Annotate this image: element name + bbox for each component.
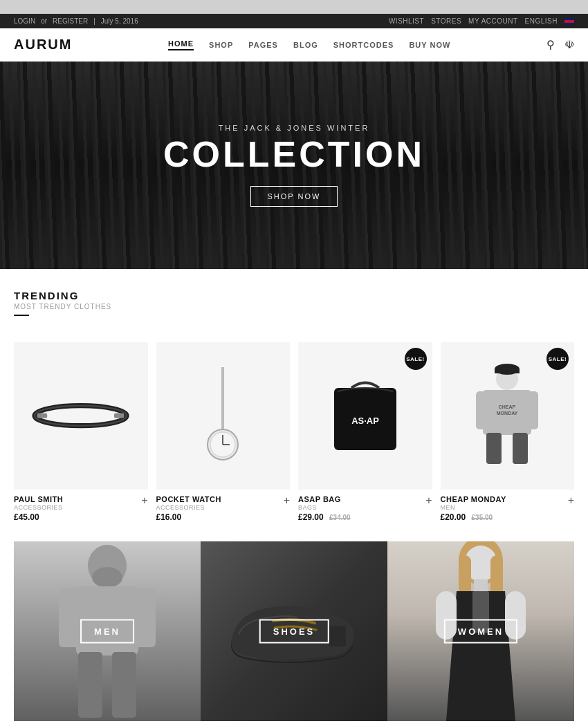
svg-rect-4 xyxy=(221,367,224,429)
trending-section: TRENDING MOST TRENDY CLOTHES xyxy=(0,269,588,342)
account-link[interactable]: MY ACCOUNT xyxy=(468,17,518,25)
svg-rect-14 xyxy=(521,391,538,429)
product-card-bag: AS·AP SALE! ASAP BAG BAGS £29.00 £34.00 … xyxy=(298,342,432,525)
price-current: £29.00 xyxy=(298,512,324,522)
product-category-bag: BAGS xyxy=(298,504,351,511)
top-bar: LOGIN or REGISTER | July 5, 2016 WISHLIS… xyxy=(0,14,588,28)
svg-text:CHEAP: CHEAP xyxy=(499,404,516,409)
svg-rect-15 xyxy=(486,433,502,464)
language-link[interactable]: ENGLISH xyxy=(525,17,558,25)
product-info-watch: POCKET WATCH ACCESSORIES £16.00 + xyxy=(156,490,291,525)
svg-rect-18 xyxy=(495,369,520,373)
cart-icon[interactable]: ☫ xyxy=(564,38,574,51)
topbar-separator: | xyxy=(93,17,95,25)
nav-links: HOME SHOP PAGES BLOG SHORTCODES BUY NOW xyxy=(168,39,450,50)
svg-rect-3 xyxy=(114,413,125,418)
nav-blog[interactable]: BLOG xyxy=(293,41,318,49)
product-name-bag: ASAP BAG xyxy=(298,495,351,503)
product-price-bracelet: £45.00 xyxy=(14,512,63,522)
product-image-bag[interactable]: AS·AP SALE! xyxy=(298,342,432,490)
nav-home[interactable]: HOME xyxy=(168,39,194,50)
product-name-cheapmonday: CHEAP MONDAY xyxy=(441,495,506,503)
watch-svg xyxy=(202,367,244,464)
flag-icon xyxy=(564,18,574,25)
category-men[interactable]: MEN xyxy=(14,541,201,721)
svg-rect-16 xyxy=(513,433,528,464)
hero-subtitle: THE JACK & JONES WINTER xyxy=(219,124,370,132)
product-card-cheapmonday: CHEAP MONDAY SALE! CHEAP MONDAY MEN £20.… xyxy=(441,342,575,525)
category-shoes-label: SHOES xyxy=(259,619,329,643)
product-price-cheapmonday: £20.00 £35.00 xyxy=(441,512,506,522)
product-image-bracelet[interactable] xyxy=(14,342,148,490)
product-name-bracelet: PAUL SMITH xyxy=(14,495,63,503)
price-old: £34.00 xyxy=(329,514,351,521)
topbar-left: LOGIN or REGISTER | July 5, 2016 xyxy=(14,17,138,25)
product-category-bracelet: ACCESSORIES xyxy=(14,504,63,511)
search-icon[interactable]: ⚲ xyxy=(546,38,555,51)
page-wrapper: LOGIN or REGISTER | July 5, 2016 WISHLIS… xyxy=(0,14,588,726)
nav-buynow[interactable]: BUY NOW xyxy=(409,41,450,49)
svg-text:MONDAY: MONDAY xyxy=(497,411,518,416)
trending-title: TRENDING xyxy=(14,290,574,301)
category-women-label: WOMEN xyxy=(444,619,517,643)
category-men-label: MEN xyxy=(80,619,134,643)
product-image-watch[interactable] xyxy=(156,342,291,490)
svg-rect-13 xyxy=(476,391,493,429)
price-current-cm: £20.00 xyxy=(441,512,466,522)
logo[interactable]: AURUM xyxy=(14,37,72,53)
login-link[interactable]: LOGIN xyxy=(14,17,35,25)
product-price-watch: £16.00 xyxy=(156,512,221,522)
wishlist-link[interactable]: WISHLIST xyxy=(389,17,424,25)
add-watch-button[interactable]: + xyxy=(284,495,290,506)
product-image-inner xyxy=(14,342,148,490)
price-old-cm: £35.00 xyxy=(472,514,493,521)
topbar-right: WISHLIST STORES MY ACCOUNT ENGLISH xyxy=(389,17,574,25)
sale-badge-bag: SALE! xyxy=(405,348,427,370)
product-info-cheapmonday: CHEAP MONDAY MEN £20.00 £35.00 + xyxy=(441,490,575,525)
bracelet-svg xyxy=(30,399,131,432)
product-name-watch: POCKET WATCH xyxy=(156,495,221,503)
category-women[interactable]: WOMEN xyxy=(387,541,574,721)
product-details-bag: ASAP BAG BAGS £29.00 £34.00 xyxy=(298,495,351,522)
product-image-cheapmonday[interactable]: CHEAP MONDAY SALE! xyxy=(441,342,575,490)
svg-rect-28 xyxy=(329,626,346,646)
product-category-watch: ACCESSORIES xyxy=(156,504,221,511)
product-details-cheapmonday: CHEAP MONDAY MEN £20.00 £35.00 xyxy=(441,495,506,522)
product-details: PAUL SMITH ACCESSORIES £45.00 xyxy=(14,495,63,522)
bag-svg: AS·AP xyxy=(327,374,403,457)
nav-icons: ⚲ ☫ xyxy=(546,38,574,51)
svg-point-1 xyxy=(35,406,127,426)
svg-rect-2 xyxy=(37,413,48,418)
svg-rect-26 xyxy=(78,652,102,718)
product-info-bracelet: PAUL SMITH ACCESSORIES £45.00 + xyxy=(14,490,148,525)
add-bag-button[interactable]: + xyxy=(425,495,432,506)
category-grid: MEN SHOES xyxy=(0,541,588,726)
person-svg: CHEAP MONDAY xyxy=(466,364,549,467)
navbar: AURUM HOME SHOP PAGES BLOG SHORTCODES BU… xyxy=(0,28,588,62)
svg-rect-25 xyxy=(131,588,156,647)
product-card-bracelet: PAUL SMITH ACCESSORIES £45.00 + xyxy=(14,342,148,525)
nav-shortcodes[interactable]: SHORTCODES xyxy=(333,41,394,49)
product-category-cheapmonday: MEN xyxy=(441,504,506,511)
hero-banner: THE JACK & JONES WINTER COLLECTION SHOP … xyxy=(0,62,588,269)
svg-text:AS·AP: AS·AP xyxy=(351,416,379,426)
svg-point-22 xyxy=(92,567,122,588)
nav-shop[interactable]: SHOP xyxy=(209,41,233,49)
product-grid: PAUL SMITH ACCESSORIES £45.00 + xyxy=(0,342,588,525)
add-bracelet-button[interactable]: + xyxy=(141,495,147,506)
sale-badge-cheapmonday: SALE! xyxy=(546,348,569,370)
product-price-bag: £29.00 £34.00 xyxy=(298,512,351,522)
svg-rect-24 xyxy=(59,588,83,647)
product-card-watch: POCKET WATCH ACCESSORIES £16.00 + xyxy=(156,342,291,525)
add-cheapmonday-button[interactable]: + xyxy=(568,495,574,506)
category-shoes[interactable]: SHOES xyxy=(201,541,387,721)
product-details-watch: POCKET WATCH ACCESSORIES £16.00 xyxy=(156,495,221,522)
product-info-bag: ASAP BAG BAGS £29.00 £34.00 + xyxy=(298,490,432,525)
register-link[interactable]: REGISTER xyxy=(53,17,88,25)
shop-now-button[interactable]: SHOP NOW xyxy=(250,186,338,207)
stores-link[interactable]: STORES xyxy=(431,17,461,25)
nav-pages[interactable]: PAGES xyxy=(248,41,278,49)
topbar-date: July 5, 2016 xyxy=(101,17,138,25)
trending-subtitle: MOST TRENDY CLOTHES xyxy=(14,303,574,310)
section-divider xyxy=(14,315,29,316)
